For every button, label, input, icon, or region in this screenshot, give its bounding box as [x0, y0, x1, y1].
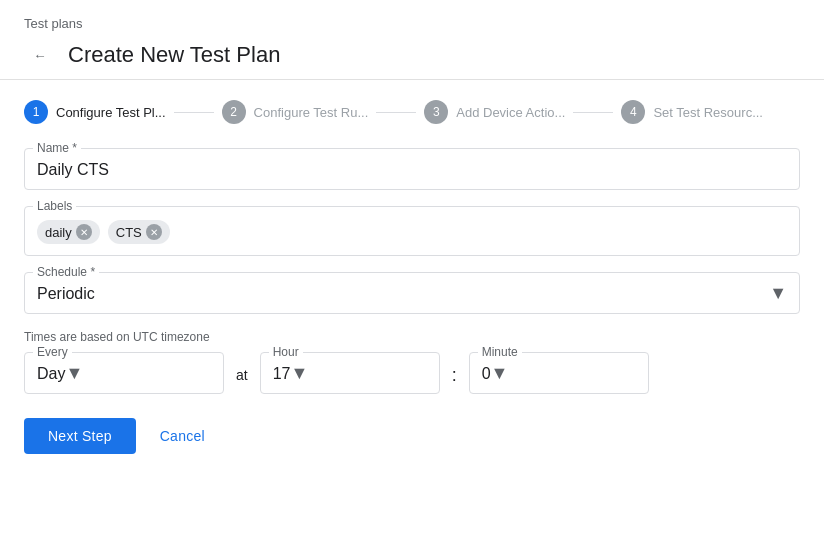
step-2-circle: 2: [222, 100, 246, 124]
stepper: 1 Configure Test Pl... 2 Configure Test …: [24, 100, 800, 124]
step-connector-2: [376, 112, 416, 113]
step-2: 2 Configure Test Ru...: [222, 100, 369, 124]
at-label: at: [236, 363, 248, 383]
minute-dropdown-icon: ▼: [491, 363, 509, 384]
step-3-circle: 3: [424, 100, 448, 124]
name-value: Daily CTS: [37, 157, 787, 181]
chips-container: daily ✕ CTS ✕: [37, 215, 787, 247]
schedule-field-group: Schedule Periodic ▼: [24, 272, 800, 314]
every-field[interactable]: Every Day ▼: [24, 352, 224, 394]
labels-field-group: Labels daily ✕ CTS ✕: [24, 206, 800, 256]
back-button[interactable]: ←: [24, 39, 56, 71]
timezone-hint: Times are based on UTC timezone: [24, 330, 800, 344]
every-label: Every: [33, 345, 72, 359]
step-4-circle: 4: [621, 100, 645, 124]
chip-cts-text: CTS: [116, 225, 142, 240]
step-4-label: Set Test Resourc...: [653, 105, 763, 120]
every-dropdown-icon: ▼: [65, 363, 83, 384]
name-field[interactable]: Name Daily CTS: [24, 148, 800, 190]
step-connector-3: [573, 112, 613, 113]
chip-cts-remove[interactable]: ✕: [146, 224, 162, 240]
actions-bar: Next Step Cancel: [24, 418, 800, 454]
step-3-label: Add Device Actio...: [456, 105, 565, 120]
hour-label: Hour: [269, 345, 303, 359]
step-1-label: Configure Test Pl...: [56, 105, 166, 120]
step-3: 3 Add Device Actio...: [424, 100, 565, 124]
name-label: Name: [33, 141, 81, 155]
chip-daily: daily ✕: [37, 220, 100, 244]
step-1-circle: 1: [24, 100, 48, 124]
periodic-row: Every Day ▼ at Hour 17 ▼ : Minute 0 ▼: [24, 352, 800, 394]
next-step-button[interactable]: Next Step: [24, 418, 136, 454]
step-2-label: Configure Test Ru...: [254, 105, 369, 120]
breadcrumb: Test plans: [24, 16, 800, 31]
chip-daily-remove[interactable]: ✕: [76, 224, 92, 240]
schedule-value: Periodic: [37, 281, 95, 305]
hour-value: 17: [273, 361, 291, 385]
schedule-field[interactable]: Schedule Periodic ▼: [24, 272, 800, 314]
labels-field[interactable]: Labels daily ✕ CTS ✕: [24, 206, 800, 256]
hour-dropdown-icon: ▼: [290, 363, 308, 384]
step-1: 1 Configure Test Pl...: [24, 100, 166, 124]
minute-value: 0: [482, 361, 491, 385]
chip-daily-text: daily: [45, 225, 72, 240]
minute-label: Minute: [478, 345, 522, 359]
schedule-dropdown-icon: ▼: [769, 283, 787, 304]
every-value: Day: [37, 361, 65, 385]
step-connector-1: [174, 112, 214, 113]
chip-cts: CTS ✕: [108, 220, 170, 244]
minute-field[interactable]: Minute 0 ▼: [469, 352, 649, 394]
hour-field[interactable]: Hour 17 ▼: [260, 352, 440, 394]
name-field-group: Name Daily CTS: [24, 148, 800, 190]
step-4: 4 Set Test Resourc...: [621, 100, 763, 124]
page-title: Create New Test Plan: [68, 42, 280, 68]
labels-label: Labels: [33, 199, 76, 213]
cancel-button[interactable]: Cancel: [152, 418, 213, 454]
colon-separator: :: [452, 361, 457, 386]
schedule-select[interactable]: Periodic ▼: [37, 281, 787, 305]
schedule-label: Schedule: [33, 265, 99, 279]
back-icon: ←: [33, 48, 46, 63]
